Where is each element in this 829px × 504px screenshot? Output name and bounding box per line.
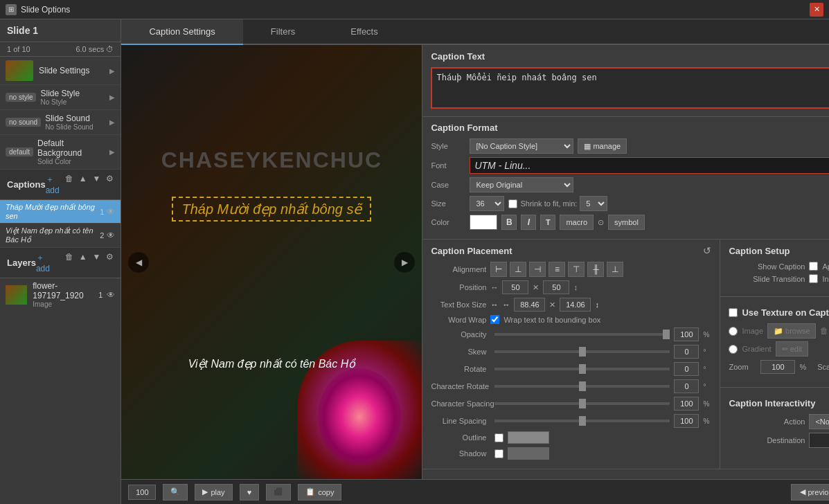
slide-settings-item[interactable]: Slide Settings ▶ [0,57,121,85]
word-wrap-checkbox[interactable] [490,315,499,324]
preview-prev-btn[interactable]: ◀ [128,252,149,273]
slide-sound-arrow: ▶ [109,118,115,126]
no-sound-badge: no sound [6,118,41,127]
char-spacing-label: Character Spacing [431,399,486,408]
italic-button[interactable]: I [521,215,536,230]
align-right-btn[interactable]: ⊣ [529,262,546,277]
use-texture-checkbox[interactable] [729,308,738,317]
texture-browse-btn[interactable]: 📁 browse [767,323,816,339]
layer-eye-1[interactable]: 👁 [107,290,115,300]
outline-checkbox[interactable] [494,433,503,442]
slide-sound-item[interactable]: no sound Slide Sound No Slide Sound ▶ [0,110,121,135]
texture-edit-btn[interactable]: ✏ edit [776,341,809,357]
caption-setup-header: Caption Setup ↺ [729,245,829,256]
slide-style-item[interactable]: no style Slide Style No Style ▶ [0,85,121,110]
add-caption-btn[interactable]: ＋ add [46,174,60,195]
bold-button[interactable]: B [501,215,517,230]
caption-eye-1[interactable]: 👁 [107,207,115,217]
line-spacing-value[interactable] [674,414,699,428]
add-layer-btn[interactable]: ＋ add [36,252,60,273]
destination-input[interactable] [809,433,829,448]
text-format-button[interactable]: T [540,215,555,230]
case-select[interactable]: Keep Original [470,177,573,192]
action-row: Action <None> Highlight [729,414,829,429]
opacity-slider[interactable] [494,333,670,336]
placement-reset[interactable]: ↺ [703,245,711,256]
opacity-value[interactable] [674,327,699,341]
slide-duration: 6.0 secs ⏱ [75,45,114,53]
delete-layer-icon[interactable]: 🗑 [65,252,73,273]
rotate-slider[interactable] [494,368,670,370]
zoom-input[interactable] [760,360,795,374]
close-button[interactable]: ✕ [810,3,823,17]
action-select[interactable]: <None> [809,414,829,429]
manage-button[interactable]: ▦ manage [578,138,627,154]
screen-button[interactable]: ⬛ [266,484,291,501]
pos-x-input[interactable] [502,280,528,294]
line-spacing-label: Line Spacing [431,417,486,425]
align-top-btn[interactable]: ⊤ [568,262,585,277]
default-bg-label: Default Background [37,138,109,158]
align-center-h-btn[interactable]: ⊥ [510,262,526,277]
slide-trans-checkbox[interactable] [809,274,818,283]
align-center-v-btn[interactable]: ╫ [587,262,604,277]
copy-button[interactable]: 📋 copy [298,484,341,501]
play-button[interactable]: ▶ play [195,484,232,501]
texture-gradient-radio[interactable] [729,345,738,354]
skew-slider[interactable] [494,350,670,353]
texture-edit-icon: ✏ [782,345,788,354]
caption-item-1[interactable]: Tháp Mười đẹp nhất bông sen 1 👁 [0,200,121,224]
layer-item-1[interactable]: flower-197197_1920 Image 1 👁 [0,278,121,311]
show-caption-checkbox[interactable] [809,262,818,271]
shadow-checkbox[interactable] [494,449,503,458]
size-select[interactable]: 36 [470,196,504,211]
shrink-checkbox[interactable] [508,199,517,208]
symbol-button[interactable]: symbol [608,215,645,230]
skew-value[interactable] [674,345,699,359]
macro-button[interactable]: macro [560,215,594,230]
zoom-unit: % [799,363,806,371]
char-rotate-value[interactable] [674,379,699,393]
shadow-row: Shadow [431,447,711,460]
align-left-btn[interactable]: ⊢ [490,262,507,277]
texture-image-radio[interactable] [729,327,738,336]
divider-2 [720,387,829,388]
style-select[interactable]: [No Caption Style] [470,138,573,154]
search-button[interactable]: 🔍 [163,484,188,501]
tab-caption-settings[interactable]: Caption Settings [121,19,242,45]
pos-y-input[interactable] [543,280,569,294]
caption-eye-2[interactable]: 👁 [107,231,115,240]
caption-settings-icon[interactable]: ⚙ [106,174,114,195]
tb-h-input[interactable] [560,298,591,312]
align-bottom-btn[interactable]: ⊥ [607,262,623,277]
layer-down-icon[interactable]: ▼ [93,252,101,273]
align-full-btn[interactable]: ≡ [549,262,565,277]
shrink-select[interactable]: 5 [580,196,607,211]
layer-up-icon[interactable]: ▲ [79,252,87,273]
tab-filters[interactable]: Filters [243,19,323,45]
color-picker[interactable] [470,215,497,230]
default-bg-item[interactable]: default Default Background Solid Color ▶ [0,135,121,170]
shadow-color[interactable] [508,447,549,460]
char-spacing-slider[interactable] [494,402,670,405]
layer-settings-icon[interactable]: ⚙ [106,252,114,273]
tab-effects[interactable]: Effects [323,19,406,45]
preview-next-btn[interactable]: ▶ [394,252,415,273]
move-down-icon[interactable]: ▼ [93,174,101,195]
tb-w-input[interactable] [514,298,545,312]
move-up-icon[interactable]: ▲ [79,174,87,195]
outline-color[interactable] [508,431,549,444]
texture-delete-icon[interactable]: 🗑 [820,326,828,336]
line-spacing-slider[interactable] [494,420,670,422]
delete-caption-icon[interactable]: 🗑 [65,174,73,195]
zoom-input[interactable] [128,485,156,500]
font-preview: UTM - Linu... [470,157,829,174]
caption-text-input[interactable]: Tháuþ Mổổei ñeip nhaát boâng sen [431,67,829,109]
char-spacing-value[interactable] [674,397,699,411]
save-button[interactable]: ♥ [240,484,260,501]
rotate-value[interactable] [674,362,699,376]
settings-panel: Caption Text ↺ Tháuþ Mổổei ñeip nhaát bo… [422,45,829,479]
previous-button[interactable]: ◀ previous [791,484,830,501]
char-rotate-slider[interactable] [494,385,670,388]
caption-item-2[interactable]: Việt Nam đẹp nhất có tên Bác Hồ 2 👁 [0,224,121,248]
